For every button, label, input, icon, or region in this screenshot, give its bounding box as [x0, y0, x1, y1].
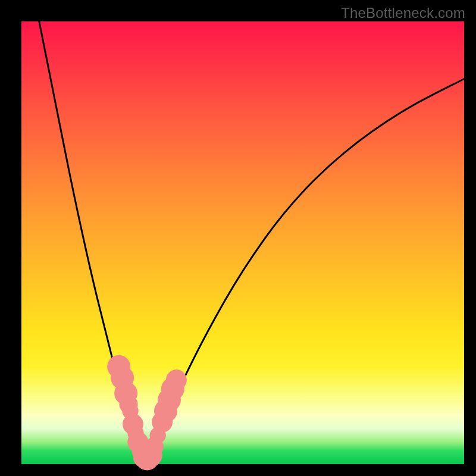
chart-svg — [21, 21, 464, 464]
marker-layer — [107, 355, 187, 471]
curve-layer — [39, 21, 464, 457]
marker-dot — [166, 369, 187, 390]
bottleneck-curve — [39, 21, 464, 457]
chart-stage: TheBottleneck.com — [0, 0, 476, 476]
plot-area — [21, 21, 464, 464]
watermark-text: TheBottleneck.com — [341, 5, 465, 21]
